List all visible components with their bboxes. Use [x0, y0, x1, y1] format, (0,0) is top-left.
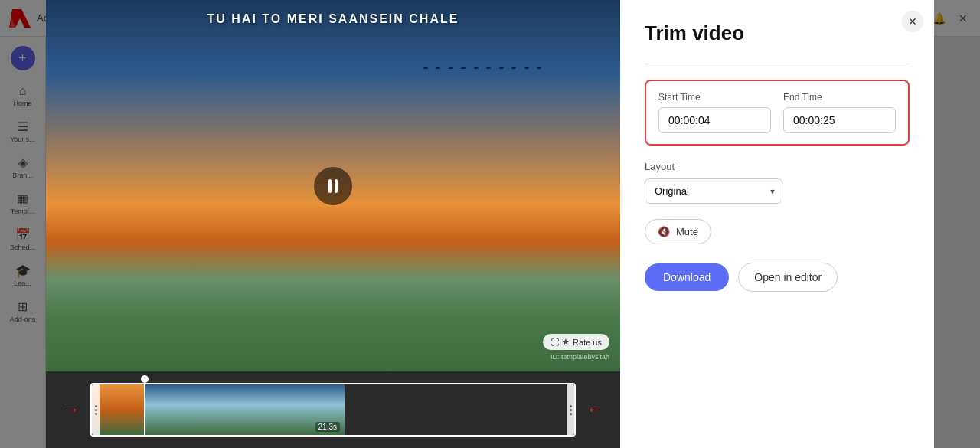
- clip-segment-4: [245, 384, 295, 435]
- pause-icon: [328, 179, 338, 193]
- clip-segment-1: [92, 384, 145, 435]
- timeline-track[interactable]: 21.3s: [90, 383, 576, 437]
- video-panel: TU HAI TO MERI SAANSEIN CHALE: [46, 0, 620, 448]
- right-arrow-icon: ←: [586, 400, 603, 420]
- time-fields-group: Start Time End Time: [645, 80, 910, 146]
- mute-icon: 🔇: [658, 226, 670, 237]
- timeline-right-arrow[interactable]: ←: [576, 400, 614, 420]
- clip-segment-5: 21.3s: [295, 384, 345, 435]
- timeline: →: [46, 371, 620, 448]
- video-background: TU HAI TO MERI SAANSEIN CHALE: [46, 0, 620, 371]
- timeline-left-arrow[interactable]: →: [52, 400, 90, 420]
- left-arrow-icon: →: [63, 400, 80, 420]
- star-icon: ★: [562, 337, 570, 347]
- divider: [645, 64, 910, 64]
- layout-select-wrapper[interactable]: Original Square Portrait Landscape ▾: [645, 178, 782, 204]
- mute-section: 🔇 Mute: [645, 219, 910, 244]
- birds-decoration: [421, 61, 544, 75]
- end-time-label: End Time: [783, 92, 896, 103]
- download-button[interactable]: Download: [645, 263, 729, 291]
- trim-controls-panel: ✕ Trim video Start Time End Time Layout …: [620, 0, 934, 448]
- end-time-field: End Time: [783, 92, 896, 133]
- clip-duration: 21.3s: [315, 422, 340, 432]
- start-time-field: Start Time: [658, 92, 771, 133]
- action-buttons: Download Open in editor: [645, 263, 910, 292]
- close-button[interactable]: ✕: [902, 11, 923, 32]
- trim-handle-right[interactable]: [567, 384, 574, 435]
- open-in-editor-button[interactable]: Open in editor: [738, 263, 838, 292]
- layout-select[interactable]: Original Square Portrait Landscape: [645, 178, 782, 204]
- layout-section: Layout Original Square Portrait Landscap…: [645, 161, 910, 204]
- start-time-label: Start Time: [658, 92, 771, 103]
- start-time-input[interactable]: [658, 107, 771, 133]
- end-time-input[interactable]: [783, 107, 896, 133]
- watermark: ⛶ ★ Rate us ID: templatebysitah: [543, 334, 609, 361]
- watermark-id: ID: templatebysitah: [550, 353, 609, 361]
- playhead[interactable]: [144, 375, 145, 437]
- clip-segment-2: [145, 384, 195, 435]
- video-title: TU HAI TO MERI SAANSEIN CHALE: [207, 12, 459, 26]
- video-area: TU HAI TO MERI SAANSEIN CHALE: [46, 0, 620, 371]
- rate-us-badge[interactable]: ⛶ ★ Rate us: [543, 334, 609, 350]
- canva-icon: ⛶: [550, 338, 559, 347]
- pause-button[interactable]: [314, 167, 352, 205]
- panel-title: Trim video: [645, 21, 910, 45]
- clip-segment-3: [195, 384, 245, 435]
- timeline-clips: 21.3s: [90, 383, 576, 437]
- trim-handle-left[interactable]: [92, 384, 100, 435]
- mute-button[interactable]: 🔇 Mute: [645, 219, 711, 244]
- trim-video-modal: TU HAI TO MERI SAANSEIN CHALE: [46, 0, 934, 448]
- layout-label: Layout: [645, 161, 910, 172]
